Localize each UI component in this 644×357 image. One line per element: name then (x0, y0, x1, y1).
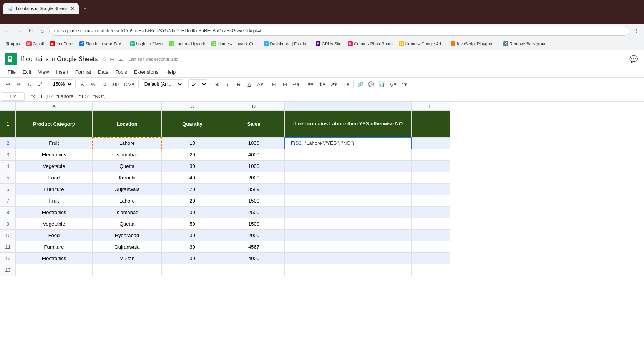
cell-d5[interactable]: 2000 (223, 172, 285, 184)
strikethrough-button[interactable]: S (234, 79, 243, 89)
cell-f2[interactable] (412, 138, 450, 149)
cell-f8[interactable] (412, 207, 450, 218)
cell-a2[interactable]: Fruit (16, 138, 93, 149)
zoom-select[interactable]: 150% 100% 75% (50, 79, 73, 89)
row-8-header[interactable]: 8 (0, 207, 16, 218)
bookmark-googleads[interactable]: G Home – Google Ad... (397, 40, 447, 47)
cell-c3[interactable]: 20 (162, 149, 223, 161)
cell-f7[interactable] (412, 195, 450, 207)
back-button[interactable]: ← (3, 26, 12, 35)
bookmark-removebg[interactable]: R Remove Backgroun... (501, 40, 553, 47)
cell-e2[interactable]: =IF(B2="Lahore","YES", "NO") (285, 138, 412, 149)
cell-f13[interactable] (412, 264, 450, 276)
chart-button[interactable]: 📊 (377, 79, 387, 89)
cell-e10[interactable] (285, 230, 412, 241)
bookmark-freelancer[interactable]: F Dashboard | Freela... (262, 40, 312, 47)
cell-f9[interactable] (412, 218, 450, 230)
cell-f11[interactable] (412, 241, 450, 253)
menu-edit[interactable]: Edit (20, 68, 34, 76)
cell-c5[interactable]: 40 (162, 172, 223, 184)
cell-e13[interactable] (285, 264, 412, 276)
cell-d6[interactable]: 3589 (223, 184, 285, 195)
menu-tools[interactable]: Tools (112, 68, 130, 76)
col-e-header[interactable]: E (285, 102, 412, 111)
cell-a6[interactable]: Furniture (16, 184, 93, 195)
cell-e8[interactable] (285, 207, 412, 218)
cell-c8[interactable]: 30 (162, 207, 223, 218)
col-c-header[interactable]: C (162, 102, 223, 111)
print-button[interactable]: 🖨 (25, 79, 34, 89)
new-tab-button[interactable]: + (80, 3, 91, 14)
cell-f6[interactable] (412, 184, 450, 195)
more-align-button[interactable]: ⋮▾ (340, 79, 351, 89)
cell-c9[interactable]: 50 (162, 218, 223, 230)
active-tab[interactable]: 📊 If contains in Google Sheets ✕ (3, 3, 79, 14)
bookmark-youtube[interactable]: ▶ YouTube (48, 40, 75, 47)
row-3-header[interactable]: 3 (0, 149, 16, 161)
cell-c12[interactable]: 30 (162, 253, 223, 264)
cell-d13[interactable] (223, 264, 285, 276)
cell-f10[interactable] (412, 230, 450, 241)
cell-c13[interactable] (162, 264, 223, 276)
filter-button[interactable]: ⋁▾ (388, 79, 398, 89)
doc-title[interactable]: If contains in Google Sheets (21, 56, 98, 63)
fill-color-button[interactable]: A▾ (256, 79, 265, 89)
close-tab-icon[interactable]: ✕ (71, 6, 74, 11)
menu-insert[interactable]: Insert (53, 68, 71, 76)
bookmark-upwork1[interactable]: U Log In - Upwork (167, 40, 207, 47)
halign-button[interactable]: ≡▾ (306, 79, 315, 89)
cell-b1[interactable]: Location (93, 111, 162, 138)
bookmark-upwork2[interactable]: U Home – Upwork Co... (209, 40, 260, 47)
cell-reference-box[interactable]: E2 (2, 92, 25, 101)
redo-button[interactable]: ↪ (14, 79, 23, 89)
cell-e5[interactable] (285, 172, 412, 184)
row-6-header[interactable]: 6 (0, 184, 16, 195)
row-10-header[interactable]: 10 (0, 230, 16, 241)
cell-b10[interactable]: Hyderabad (93, 230, 162, 241)
row-11-header[interactable]: 11 (0, 241, 16, 253)
row-12-header[interactable]: 12 (0, 253, 16, 264)
bold-button[interactable]: B (212, 79, 222, 89)
valign-button[interactable]: ⬍▾ (317, 79, 327, 89)
cell-b8[interactable]: Islamabad (93, 207, 162, 218)
row-9-header[interactable]: 9 (0, 218, 16, 230)
cell-f4[interactable] (412, 161, 450, 172)
cell-a5[interactable]: Food (16, 172, 93, 184)
decimal-decrease-button[interactable]: .0 (100, 79, 109, 89)
cell-e11[interactable] (285, 241, 412, 253)
menu-format[interactable]: Format (72, 68, 94, 76)
home-button[interactable]: ⌂ (38, 26, 47, 35)
cell-b12[interactable]: Multan (93, 253, 162, 264)
cell-a3[interactable]: Electronics (16, 149, 93, 161)
cell-d3[interactable]: 4000 (223, 149, 285, 161)
percent-button[interactable]: % (89, 79, 98, 89)
cell-d1[interactable]: Sales (223, 111, 285, 138)
link-button[interactable]: 🔗 (356, 79, 365, 89)
cell-b7[interactable]: Lahore (93, 195, 162, 207)
cell-b6[interactable]: Gujranwala (93, 184, 162, 195)
row-4-header[interactable]: 4 (0, 161, 16, 172)
cell-d8[interactable]: 2500 (223, 207, 285, 218)
bookmark-photoroom[interactable]: R Create - PhotoRoom (345, 40, 395, 47)
currency-button[interactable]: £ (78, 79, 87, 89)
paint-format-button[interactable]: 🖌 (35, 79, 45, 89)
undo-button[interactable]: ↩ (3, 79, 12, 89)
bookmark-pay[interactable]: P Sign in to your Pay... (77, 40, 126, 47)
address-bar[interactable]: docs.google.com/spreadsheets/d/1Yp9pJHxT… (49, 26, 629, 36)
font-size-select[interactable]: 14 12 10 (188, 79, 207, 89)
reload-button[interactable]: ↻ (26, 26, 35, 35)
col-f-header[interactable]: F (412, 102, 450, 111)
extensions-button[interactable]: ⋮ (632, 26, 641, 35)
bookmark-apps[interactable]: ⊞ Apps (3, 40, 22, 47)
cell-e4[interactable] (285, 161, 412, 172)
cell-b11[interactable]: Gujranwala (93, 241, 162, 253)
col-a-header[interactable]: A (16, 102, 93, 111)
cell-c11[interactable]: 30 (162, 241, 223, 253)
row-5-header[interactable]: 5 (0, 172, 16, 184)
function-button[interactable]: Σ▾ (400, 79, 409, 89)
cell-d12[interactable]: 4000 (223, 253, 285, 264)
grid-wrapper[interactable]: A B C D E F 1 Product Category Location … (0, 102, 644, 357)
row-13-header[interactable]: 13 (0, 264, 16, 276)
more-formats-button[interactable]: 123▾ (122, 79, 136, 89)
bookmark-gmail[interactable]: M Gmail (24, 40, 46, 47)
